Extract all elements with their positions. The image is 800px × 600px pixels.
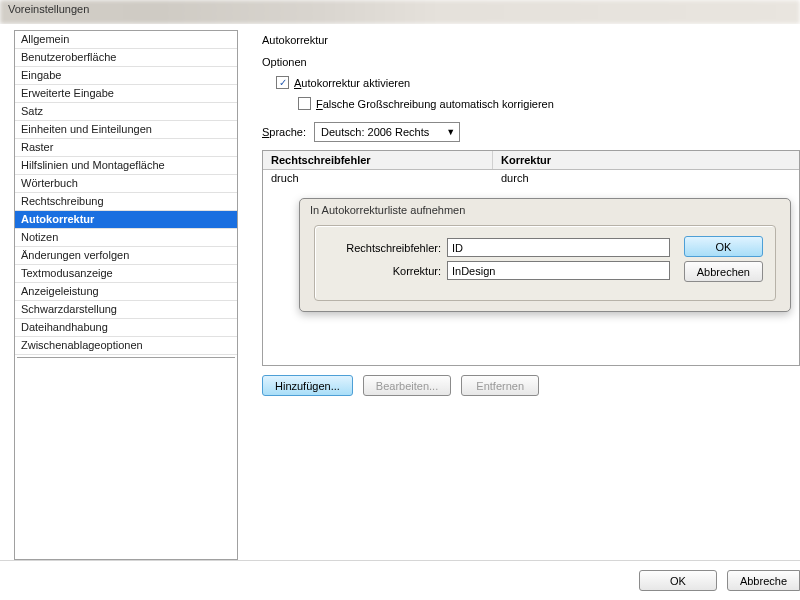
sidebar-item-einheiten[interactable]: Einheiten und Einteilungen: [15, 121, 237, 139]
sidebar-item-benutzeroberflaeche[interactable]: Benutzeroberfläche: [15, 49, 237, 67]
dialog-ok-button[interactable]: OK: [684, 236, 763, 257]
table-row[interactable]: druch durch: [263, 170, 799, 186]
language-dropdown-value: Deutsch: 2006 Rechts: [321, 126, 429, 138]
sidebar-item-eingabe[interactable]: Eingabe: [15, 67, 237, 85]
checkbox-activate-autocorrect-label: Autokorrektur aktivieren: [294, 77, 410, 89]
sidebar-item-autokorrektur[interactable]: Autokorrektur: [15, 211, 237, 229]
checkbox-activate-autocorrect[interactable]: [276, 76, 289, 89]
field-label-correction: Korrektur:: [327, 265, 447, 277]
category-sidebar: Allgemein Benutzeroberfläche Eingabe Erw…: [14, 30, 238, 560]
sidebar-item-allgemein[interactable]: Allgemein: [15, 31, 237, 49]
options-group-label: Optionen: [262, 56, 800, 74]
edit-button[interactable]: Bearbeiten...: [363, 375, 451, 396]
sidebar-item-zwischenablage[interactable]: Zwischenablageoptionen: [15, 337, 237, 355]
field-label-misspelling: Rechtschreibfehler:: [327, 242, 447, 254]
sidebar-item-schwarzdarstellung[interactable]: Schwarzdarstellung: [15, 301, 237, 319]
autocorrect-table: Rechtschreibfehler Korrektur druch durch: [262, 150, 800, 186]
language-label: Sprache:: [262, 126, 306, 138]
dialog-title: In Autokorrekturliste aufnehmen: [300, 199, 790, 224]
sidebar-item-anzeigeleistung[interactable]: Anzeigeleistung: [15, 283, 237, 301]
sidebar-item-satz[interactable]: Satz: [15, 103, 237, 121]
language-dropdown[interactable]: Deutsch: 2006 Rechts ▼: [314, 122, 460, 142]
misspelling-input[interactable]: [447, 238, 670, 257]
sidebar-item-raster[interactable]: Raster: [15, 139, 237, 157]
add-entry-dialog: In Autokorrekturliste aufnehmen Rechtsch…: [299, 198, 791, 312]
correction-input[interactable]: [447, 261, 670, 280]
chevron-down-icon: ▼: [440, 127, 455, 137]
footer-ok-button[interactable]: OK: [639, 570, 717, 591]
dialog-cancel-button[interactable]: Abbrechen: [684, 261, 763, 282]
sidebar-item-dateihandhabung[interactable]: Dateihandhabung: [15, 319, 237, 337]
sidebar-item-hilfslinien[interactable]: Hilfslinien und Montagefläche: [15, 157, 237, 175]
checkbox-fix-capitalization-label: Falsche Großschreibung automatisch korri…: [316, 98, 554, 110]
sidebar-item-textmodus[interactable]: Textmodusanzeige: [15, 265, 237, 283]
checkbox-fix-capitalization[interactable]: [298, 97, 311, 110]
table-cell: druch: [271, 172, 501, 184]
add-button[interactable]: Hinzufügen...: [262, 375, 353, 396]
window-title: Voreinstellungen: [0, 0, 97, 18]
panel-title: Autokorrektur: [262, 30, 800, 56]
sidebar-item-woerterbuch[interactable]: Wörterbuch: [15, 175, 237, 193]
table-header-correction[interactable]: Korrektur: [493, 151, 799, 169]
table-body-area: In Autokorrekturliste aufnehmen Rechtsch…: [262, 186, 800, 366]
sidebar-item-notizen[interactable]: Notizen: [15, 229, 237, 247]
footer-cancel-button[interactable]: Abbreche: [727, 570, 800, 591]
remove-button[interactable]: Entfernen: [461, 375, 539, 396]
table-header-misspelling[interactable]: Rechtschreibfehler: [263, 151, 493, 169]
table-cell: durch: [501, 172, 791, 184]
sidebar-item-erweiterte-eingabe[interactable]: Erweiterte Eingabe: [15, 85, 237, 103]
sidebar-empty-area: [17, 357, 235, 557]
sidebar-item-rechtschreibung[interactable]: Rechtschreibung: [15, 193, 237, 211]
sidebar-item-aenderungen[interactable]: Änderungen verfolgen: [15, 247, 237, 265]
